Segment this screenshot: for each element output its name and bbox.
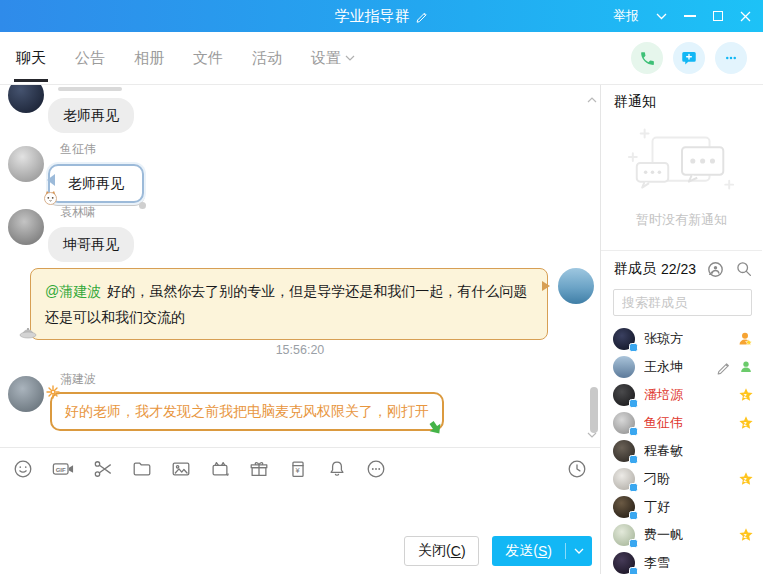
avatar: [613, 328, 635, 350]
message-bubble: 坤哥再见: [48, 227, 134, 262]
member-row[interactable]: 程春敏: [613, 437, 754, 465]
gif-hotpic-icon[interactable]: GIF: [51, 458, 75, 480]
mobile-online-badge: [629, 455, 638, 464]
avatar: [613, 356, 635, 378]
qq-group-chat-window: 学业指导群 举报 聊天 公告 相册 文件 活动 设置: [0, 0, 763, 574]
more-tools-icon[interactable]: [365, 458, 387, 480]
member-row[interactable]: 刁盼 z: [613, 465, 754, 493]
ellipsis-icon: [722, 49, 740, 67]
screenshot-scissors-icon[interactable]: [92, 458, 114, 480]
member-name: 刁盼: [644, 470, 670, 488]
group-sidebar: 群通知 暂时没有新通知 群成员 22/23: [601, 85, 762, 574]
gift-icon[interactable]: [248, 458, 270, 480]
member-row[interactable]: 费一帆 z: [613, 521, 754, 549]
image-icon[interactable]: [170, 458, 192, 480]
avatar[interactable]: [8, 209, 44, 245]
voice-call-button[interactable]: [631, 42, 663, 74]
manage-members-icon[interactable]: [707, 261, 724, 278]
search-members-icon[interactable]: [736, 261, 752, 277]
member-count: 22/23: [661, 261, 696, 277]
group-owner-icon: [736, 330, 754, 348]
avatar[interactable]: [8, 376, 44, 412]
outgoing-message-bubble: @蒲建波好的，虽然你去了别的专业，但是导学还是和我们一起，有什么问题还是可以和我…: [30, 268, 548, 340]
member-row[interactable]: 李雪: [613, 549, 754, 574]
mobile-online-badge: [629, 427, 638, 436]
member-row[interactable]: 张琼方: [613, 325, 754, 353]
edit-title-icon[interactable]: [415, 9, 429, 23]
mobile-online-badge: [629, 511, 638, 520]
mobile-online-badge: [629, 399, 638, 408]
tab-settings[interactable]: 设置: [311, 32, 355, 84]
maximize-button[interactable]: [713, 11, 723, 21]
member-name: 程春敏: [644, 442, 683, 460]
message-list: 老师再见 鱼征伟 老师再见: [0, 85, 600, 448]
mobile-online-badge: [629, 343, 638, 352]
avatar: [613, 524, 635, 546]
clipped-sender-name: [58, 87, 122, 91]
red-packet-icon[interactable]: ¥: [287, 458, 309, 480]
tab-announcement[interactable]: 公告: [75, 32, 105, 84]
mobile-online-badge: [629, 539, 638, 548]
scroll-down-arrow-icon[interactable]: [587, 424, 597, 442]
avatar: [613, 496, 635, 518]
member-name: 潘培源: [644, 386, 683, 404]
titlebar: 学业指导群 举报: [0, 0, 763, 32]
member-name: 张琼方: [644, 330, 683, 348]
member-row[interactable]: 丁好: [613, 493, 754, 521]
tab-chat[interactable]: 聊天: [16, 32, 46, 84]
report-button[interactable]: 举报: [613, 7, 639, 25]
mention-link[interactable]: @蒲建波: [45, 283, 101, 299]
folder-file-icon[interactable]: [131, 458, 153, 480]
self-avatar[interactable]: [558, 268, 594, 304]
paw-bubble-decoration-icon: [139, 202, 146, 209]
member-level-star-icon: z: [738, 471, 754, 487]
avatar: [613, 552, 635, 574]
message-input[interactable]: [0, 488, 600, 528]
scroll-up-arrow-icon[interactable]: [587, 89, 597, 107]
sender-name[interactable]: 鱼征伟: [60, 141, 96, 158]
sender-name[interactable]: 蒲建波: [60, 371, 96, 388]
input-toolbar: GIF ¥: [0, 449, 600, 488]
chat-column: 老师再见 鱼征伟 老师再见: [0, 85, 601, 574]
member-name: 丁好: [644, 498, 670, 516]
avatar: [613, 468, 635, 490]
minimize-button[interactable]: [684, 15, 696, 17]
timestamp: 15:56:20: [0, 343, 600, 357]
member-level-star-icon: z: [738, 527, 754, 543]
send-options-button[interactable]: [566, 548, 592, 554]
edit-card-pencil-icon[interactable]: [716, 359, 732, 375]
tab-activity[interactable]: 活动: [252, 32, 282, 84]
member-row[interactable]: 潘培源 z: [613, 381, 754, 409]
close-button[interactable]: [740, 11, 751, 22]
close-button[interactable]: 关闭(C): [404, 536, 479, 566]
green-arrow-decoration-icon: [428, 420, 444, 441]
phone-icon: [639, 50, 656, 67]
sparkle-bubble-decoration-icon: [46, 385, 60, 404]
tab-files[interactable]: 文件: [193, 32, 223, 84]
member-row[interactable]: 王永坤: [613, 353, 754, 381]
sender-name[interactable]: 袁林啸: [60, 204, 96, 221]
window-title: 学业指导群: [335, 7, 410, 26]
report-chevron-down-icon[interactable]: [656, 13, 667, 20]
tab-album[interactable]: 相册: [134, 32, 164, 84]
chat-plus-icon: [680, 49, 698, 67]
new-chat-button[interactable]: [673, 42, 705, 74]
group-admin-icon: [738, 359, 754, 375]
message-history-clock-icon[interactable]: [566, 458, 588, 480]
avatar[interactable]: [8, 146, 44, 182]
bell-notify-icon[interactable]: [326, 458, 348, 480]
svg-text:GIF: GIF: [56, 466, 66, 472]
avatar[interactable]: [8, 85, 44, 113]
avatar: [613, 440, 635, 462]
member-name: 费一帆: [644, 526, 683, 544]
meme-doutu-icon[interactable]: [209, 458, 231, 480]
send-button[interactable]: 发送(S): [492, 542, 565, 560]
search-members-input[interactable]: [613, 289, 752, 316]
avatar: [613, 384, 635, 406]
message-bubble-decorated: 好的老师，我才发现之前我把电脑麦克风权限关了，刚打开: [50, 392, 444, 431]
more-actions-button[interactable]: [715, 42, 747, 74]
member-name: 鱼征伟: [644, 414, 683, 432]
emoji-icon[interactable]: [12, 458, 34, 480]
member-search: [613, 289, 752, 316]
member-row[interactable]: 鱼征伟 z: [613, 409, 754, 437]
